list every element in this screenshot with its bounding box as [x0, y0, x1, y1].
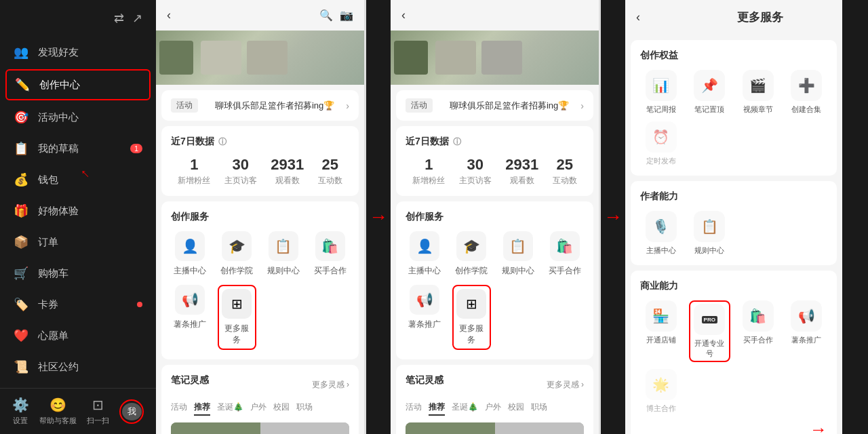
right-item-rules[interactable]: 📋 规则中心 — [689, 211, 731, 256]
sidebar-item-coupons[interactable]: 🏷️ 卡券 — [0, 289, 156, 320]
p1-activity[interactable]: 活动 聊球俱乐部足篮作者招募ing🏆 › — [161, 90, 359, 121]
p1-service-more[interactable]: ⊞ 更多服务 — [218, 285, 256, 350]
p1-search-icon[interactable]: 🔍 — [319, 9, 333, 22]
p1-service-anchor[interactable]: 👤 主播中心 — [171, 231, 210, 277]
p2-tag-activity[interactable]: 活动 — [406, 400, 422, 416]
right-item-promo[interactable]: 📢 薯条推广 — [786, 300, 828, 362]
creator-icon: ✏️ — [15, 77, 30, 92]
p2-tag-work[interactable]: 职场 — [531, 400, 547, 416]
p2-service-anchor[interactable]: 👤 主播中心 — [406, 231, 444, 277]
p1-tag-work[interactable]: 职场 — [296, 400, 313, 416]
panel-1: ‹ 🔍 📷 活动 聊球俱乐部足篮作者招募ing🏆 › — [156, 0, 366, 434]
p2-service-rules[interactable]: 📋 规则中心 — [499, 231, 538, 277]
coupons-icon: 🏷️ — [14, 297, 28, 312]
shopping-icon: 🎁 — [14, 203, 28, 218]
wishlist-icon: ❤️ — [14, 328, 28, 343]
p1-academy-icon: 🎓 — [222, 231, 252, 261]
sidebar-item-activity[interactable]: 🎯 活动中心 — [0, 102, 156, 133]
sidebar-item-drafts[interactable]: 📋 我的草稿 1 — [0, 133, 156, 164]
p1-tag-activity[interactable]: 活动 — [171, 400, 187, 416]
p2-tag-xmas[interactable]: 圣诞🎄 — [452, 400, 478, 416]
p1-camera-icon[interactable]: 📷 — [340, 9, 353, 22]
right-item-chapters[interactable]: 🎬 视频章节 — [737, 70, 779, 115]
sidebar-item-community[interactable]: 📜 社区公约 — [0, 351, 156, 382]
cart-icon: 🛒 — [14, 266, 28, 281]
p1-service-rules[interactable]: 📋 规则中心 — [264, 231, 303, 277]
nav-settings[interactable]: ⚙️ 设置 — [12, 397, 29, 426]
sidebar-item-orders[interactable]: 📦 订单 — [0, 226, 156, 258]
main-area: ‹ 🔍 📷 活动 聊球俱乐部足篮作者招募ing🏆 › — [156, 0, 868, 434]
p1-service-promo[interactable]: 📢 薯条推广 — [171, 285, 210, 350]
p2-academy-icon: 🎓 — [456, 231, 486, 261]
right-item-anchor[interactable]: 🎙️ 主播中心 — [640, 211, 682, 256]
p2-notes-section: 笔记灵感 更多灵感 › 活动 推荐 圣诞🎄 户外 校园 职场 用一张照 — [396, 365, 593, 434]
p1-activity-arrow: › — [346, 100, 349, 111]
p2-service-more[interactable]: ⊞ 更多服务 — [452, 285, 491, 350]
right-item-collection[interactable]: ➕ 创建合集 — [786, 70, 828, 115]
right-item-shop[interactable]: 🏪 开通店铺 — [640, 300, 682, 362]
p2-service-academy[interactable]: 🎓 创作学院 — [452, 231, 491, 277]
p2-activity-arrow: › — [580, 100, 584, 111]
p2-note-card: 用一张照片开启冬天故事 ♡ 35.9万人发布 去发布 — [406, 422, 584, 434]
pin-icon: 📌 — [694, 70, 725, 101]
sidebar-icon-1[interactable]: ⇄ — [114, 11, 124, 26]
p2-activity-tag: 活动 — [406, 98, 433, 113]
p1-notes-header: 笔记灵感 更多灵感 › — [171, 374, 349, 395]
right-biz-ability: 商业能力 🏪 开通店铺 PRO 开通专业号 🛍️ 买手合作 📢 — [631, 271, 837, 434]
panel-1-back[interactable]: ‹ — [167, 8, 171, 22]
help-icon: 😊 — [50, 397, 66, 413]
right-panel-back[interactable]: ‹ — [636, 10, 640, 24]
nav-scan[interactable]: ⊡ 扫一扫 — [87, 397, 109, 426]
sidebar-item-creator[interactable]: ✏️ 创作中心 — [5, 69, 151, 100]
p2-stats-info-icon[interactable]: ⓘ — [453, 136, 461, 148]
orders-icon: 📦 — [14, 235, 28, 250]
sidebar-item-wishlist[interactable]: ❤️ 心愿单 — [0, 320, 156, 351]
p2-tag-campus[interactable]: 校园 — [508, 400, 524, 416]
p1-profile-banner — [156, 31, 364, 85]
sidebar-item-discover[interactable]: 👥 发现好友 — [0, 37, 156, 68]
p2-tag-recommend[interactable]: 推荐 — [429, 400, 445, 416]
p2-services-title: 创作服务 — [406, 211, 584, 223]
p1-stats-info-icon[interactable]: ⓘ — [218, 136, 226, 148]
activity-icon: 🎯 — [14, 110, 28, 125]
sidebar-icon-2[interactable]: ↗ — [132, 11, 142, 26]
p2-service-buyer[interactable]: 🛍️ 买手合作 — [545, 231, 584, 277]
p1-tag-outdoor[interactable]: 户外 — [250, 400, 267, 416]
p1-tag-campus[interactable]: 校园 — [273, 400, 290, 416]
panel-1-scroll[interactable]: ‹ 🔍 📷 活动 聊球俱乐部足篮作者招募ing🏆 › — [156, 0, 365, 434]
right-item-schedule[interactable]: ⏰ 定时发布 — [640, 121, 682, 166]
nav-me[interactable]: 我 — [119, 399, 144, 424]
right-item-weekly[interactable]: 📊 笔记周报 — [640, 70, 682, 115]
p2-stat-views: 2931 观看数 — [505, 156, 538, 186]
sidebar-item-wallet[interactable]: 💰 钱包 — [0, 164, 156, 195]
nav-help[interactable]: 😊 帮助与客服 — [39, 397, 77, 426]
sidebar-item-shopping[interactable]: 🎁 好物体验 — [0, 195, 156, 226]
buyer-icon: 🛍️ — [743, 300, 774, 332]
p2-stats-row: 1 新增粉丝 30 主页访客 2931 观看数 25 互动数 — [406, 156, 584, 186]
p2-stat-interactions: 25 互动数 — [553, 156, 577, 186]
p2-activity[interactable]: 活动 聊球俱乐部足篮作者招募ing🏆 › — [396, 90, 593, 121]
p1-tag-xmas[interactable]: 圣诞🎄 — [217, 400, 243, 416]
p1-tag-recommend[interactable]: 推荐 — [194, 400, 210, 416]
arrow-p1-to-p2: → — [366, 206, 391, 228]
sidebar-item-cart[interactable]: 🛒 购物车 — [0, 258, 156, 289]
p2-service-promo[interactable]: 📢 薯条推广 — [406, 285, 444, 350]
p2-tag-outdoor[interactable]: 户外 — [485, 400, 501, 416]
p2-anchor-icon: 👤 — [410, 231, 439, 261]
right-item-buyer[interactable]: 🛍️ 买手合作 — [737, 300, 779, 362]
right-item-pin[interactable]: 📌 笔记置顶 — [689, 70, 731, 115]
blogger-icon: 🌟 — [646, 369, 677, 400]
p1-service-academy[interactable]: 🎓 创作学院 — [218, 231, 256, 277]
p1-notes-more[interactable]: 更多灵感 › — [312, 379, 349, 391]
p1-service-buyer[interactable]: 🛍️ 买手合作 — [311, 231, 349, 277]
sidebar: ⇄ ↗ → 👥 发现好友 ✏️ 创作中心 🎯 活动中心 📋 我的草稿 1 💰 钱… — [0, 0, 156, 434]
pro-icon: PRO — [694, 304, 725, 335]
right-item-blogger[interactable]: 🌟 博主合作 — [640, 369, 682, 414]
p2-rules-icon: 📋 — [503, 231, 533, 261]
p2-notes-more[interactable]: 更多灵感 › — [547, 379, 584, 391]
panel-2-back[interactable]: ‹ — [401, 8, 406, 22]
panel-2-scroll[interactable]: ‹ 活动 聊球俱乐部足篮作者招募ing🏆 › 近7日数据 ⓘ — [391, 0, 599, 434]
right-item-pro[interactable]: PRO 开通专业号 — [689, 300, 731, 362]
p1-buyer-icon: 🛍️ — [315, 231, 345, 261]
arrow-p2-to-right: → — [601, 206, 625, 228]
